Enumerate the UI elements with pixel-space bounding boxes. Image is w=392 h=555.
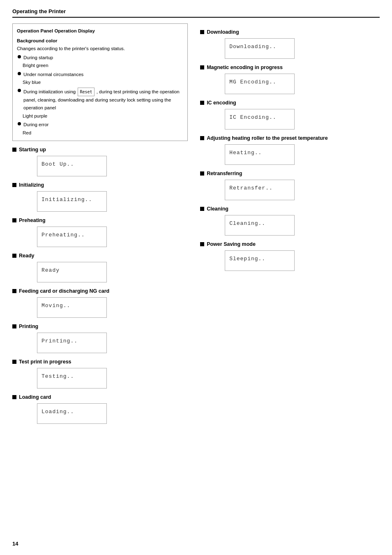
section-ic-encoding: IC encoding IC Encoding..	[200, 100, 380, 130]
bullet-dot-4	[18, 122, 21, 125]
light-purple-color: Light purple	[23, 112, 183, 120]
section-ready: Ready Ready	[12, 253, 188, 282]
label-test-print: Test print in progress	[19, 359, 71, 365]
section-square-ic-encoding	[200, 101, 204, 105]
init-bullet-text: During initialization using Reset , duri…	[23, 88, 183, 112]
label-ready: Ready	[19, 253, 35, 259]
display-starting-up: Boot Up..	[37, 156, 107, 176]
page-number: 14	[12, 541, 18, 547]
section-downloading: Downloading Downloading..	[200, 29, 380, 59]
section-square-downloading	[200, 30, 204, 34]
label-magnetic-encoding: Magnetic encoding in progress	[207, 65, 283, 70]
label-printing: Printing	[19, 324, 38, 329]
background-color-desc: Changes according to the printer's opera…	[17, 45, 183, 53]
section-printing: Printing Printing..	[12, 324, 188, 353]
startup-color: Bright green	[23, 62, 183, 70]
label-preheating: Preheating	[19, 217, 46, 223]
display-preheating: Preheating..	[37, 227, 107, 247]
display-loading-card: Loading..	[37, 403, 107, 424]
display-magnetic-encoding: MG Encoding..	[225, 74, 295, 94]
section-square-initializing	[12, 183, 16, 187]
reset-badge: Reset	[78, 88, 94, 96]
label-adjusting-heating: Adjusting heating roller to the preset t…	[207, 135, 328, 141]
section-loading-card: Loading card Loading..	[12, 394, 188, 424]
section-square-loading-card	[12, 395, 16, 399]
label-feeding-card: Feeding card or discharging NG card	[19, 288, 109, 294]
display-feeding-card: Moving..	[37, 297, 107, 318]
label-initializing: Initializing	[19, 182, 44, 188]
display-retransferring: Retransfer..	[225, 180, 295, 200]
display-adjusting-heating: Heating..	[225, 144, 295, 165]
display-ready: Ready	[37, 262, 107, 282]
bullet-dot-3	[18, 89, 21, 92]
display-test-print: Testing..	[37, 368, 107, 388]
label-ic-encoding: IC encoding	[207, 100, 236, 106]
display-printing: Printing..	[37, 333, 107, 353]
section-square-magnetic-encoding	[200, 65, 204, 69]
normal-bullet-text: Under normal circumstances	[23, 71, 83, 79]
section-square-adjusting-heating	[200, 136, 204, 140]
bullet-dot	[18, 55, 21, 58]
error-bullet-text: During error	[23, 121, 48, 129]
section-test-print: Test print in progress Testing..	[12, 359, 188, 388]
display-power-saving: Sleeping..	[225, 250, 295, 271]
section-initializing: Initializing Initializing..	[12, 182, 188, 212]
section-starting-up: Starting up Boot Up..	[12, 147, 188, 176]
section-square-retransferring	[200, 171, 204, 176]
section-square-power-saving	[200, 242, 204, 246]
normal-color: Sky blue	[23, 79, 183, 87]
section-retransferring: Retransferring Retransfer..	[200, 171, 380, 200]
panel-operation-title: Operation Panel Operation Display	[17, 27, 183, 35]
section-adjusting-heating: Adjusting heating roller to the preset t…	[200, 135, 380, 165]
section-cleaning: Cleaning Cleaning..	[200, 206, 380, 236]
label-loading-card: Loading card	[19, 394, 51, 400]
section-square-cleaning	[200, 207, 204, 211]
section-square-preheating	[12, 218, 16, 222]
bullet-dot-2	[18, 72, 21, 75]
section-square-ready	[12, 254, 16, 258]
display-downloading: Downloading..	[225, 38, 295, 59]
section-square-test-print	[12, 360, 16, 364]
label-retransferring: Retransferring	[207, 171, 242, 176]
section-magnetic-encoding: Magnetic encoding in progress MG Encodin…	[200, 65, 380, 94]
error-color: Red	[23, 129, 183, 137]
info-box: Operation Panel Operation Display Backgr…	[12, 23, 188, 141]
section-square-starting-up	[12, 148, 16, 152]
startup-bullet-item: During startup	[18, 54, 183, 62]
normal-bullet-item: Under normal circumstances	[18, 71, 183, 79]
init-bullet-item: During initialization using Reset , duri…	[18, 88, 183, 112]
section-square-printing	[12, 324, 16, 328]
display-ic-encoding: IC Encoding..	[225, 109, 295, 130]
section-power-saving: Power Saving mode Sleeping..	[200, 241, 380, 271]
label-power-saving: Power Saving mode	[207, 241, 256, 247]
section-feeding-card: Feeding card or discharging NG card Movi…	[12, 288, 188, 318]
label-downloading: Downloading	[207, 29, 239, 35]
label-cleaning: Cleaning	[207, 206, 228, 212]
section-square-feeding-card	[12, 289, 16, 293]
section-preheating: Preheating Preheating..	[12, 217, 188, 247]
display-cleaning: Cleaning..	[225, 215, 295, 236]
page-title: Operating the Printer	[12, 8, 380, 18]
error-bullet-item: During error	[18, 121, 183, 129]
startup-bullet-text: During startup	[23, 54, 53, 62]
display-initializing: Initializing..	[37, 191, 107, 212]
background-color-label: Background color	[17, 37, 183, 45]
label-starting-up: Starting up	[19, 147, 46, 153]
